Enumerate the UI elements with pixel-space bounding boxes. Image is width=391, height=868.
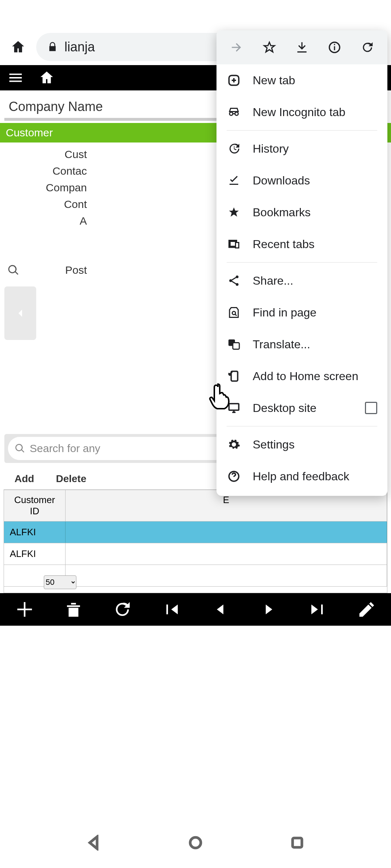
menu-item-label: New tab [253, 74, 295, 87]
home-button[interactable] [7, 36, 29, 58]
menu-item-label: Find in page [253, 306, 316, 319]
translate-icon [227, 338, 241, 351]
field-label: Compan [0, 179, 87, 196]
field-label: Contac [0, 163, 87, 179]
plus-box-icon [227, 74, 241, 87]
search-placeholder: Search for any [30, 442, 100, 455]
menu-item-label: Settings [253, 438, 295, 451]
menu-item-desktop-site[interactable]: Desktop site [216, 392, 387, 424]
menu-separator [227, 262, 377, 263]
svg-rect-9 [233, 343, 239, 349]
edit-icon[interactable] [357, 600, 377, 619]
cell-customer-id: ALFKI [4, 522, 66, 543]
add-home-icon [227, 370, 241, 383]
menu-item-downloads[interactable]: Downloads [216, 165, 387, 196]
table-row[interactable]: ALFKI [4, 522, 387, 543]
incognito-icon [227, 106, 241, 119]
history-icon [227, 142, 241, 155]
share-icon [227, 274, 241, 287]
menu-item-label: Recent tabs [253, 238, 315, 251]
svg-rect-1 [334, 46, 335, 50]
menu-item-bookmarks[interactable]: Bookmarks [216, 196, 387, 228]
plus-icon[interactable] [15, 600, 34, 619]
check-download-icon [227, 174, 241, 187]
gear-icon [227, 438, 241, 451]
recents-nav-icon[interactable] [289, 835, 305, 851]
omnibox-text: lianja [64, 39, 95, 55]
svg-point-13 [190, 837, 201, 848]
pager: 50 [4, 571, 387, 593]
star-filled-icon [227, 206, 241, 219]
menu-separator [227, 130, 377, 131]
reload-icon[interactable] [361, 41, 374, 54]
menu-item-label: Desktop site [253, 401, 316, 415]
menu-item-history[interactable]: History [216, 133, 387, 165]
home-nav-icon[interactable] [188, 835, 203, 851]
field-label: A [0, 213, 87, 229]
menu-item-new-tab[interactable]: New tab [216, 64, 387, 96]
menu-item-label: Translate... [253, 338, 310, 351]
refresh-icon[interactable] [113, 600, 132, 619]
menu-item-label: New Incognito tab [253, 106, 345, 119]
home-icon [10, 39, 26, 55]
table-row[interactable]: ALFKI [4, 543, 387, 565]
star-icon[interactable] [262, 41, 276, 54]
svg-rect-2 [334, 44, 335, 45]
menu-item-incognito[interactable]: New Incognito tab [216, 96, 387, 128]
menu-icon-row [216, 30, 387, 64]
menu-item-recent-tabs[interactable]: Recent tabs [216, 228, 387, 260]
page-size-select[interactable]: 50 [44, 575, 76, 589]
menu-item-label: Bookmarks [253, 206, 311, 219]
desktop-site-checkbox[interactable] [365, 402, 377, 414]
app-home-icon[interactable] [38, 69, 55, 86]
prev-icon[interactable] [210, 600, 230, 619]
back-nav-icon[interactable] [86, 835, 102, 851]
cursor-pointer-icon [209, 383, 232, 412]
menu-separator [227, 426, 377, 426]
devices-icon [227, 238, 241, 251]
field-label: Cust [0, 146, 87, 163]
menu-item-label: Downloads [253, 174, 310, 187]
browser-overflow-menu: New tab New Incognito tab History Downlo… [216, 30, 387, 496]
record-toolbar [0, 593, 391, 626]
cell [66, 522, 387, 543]
cell [66, 543, 387, 565]
download-icon[interactable] [295, 41, 309, 54]
field-label: Cont [0, 196, 87, 213]
search-icon[interactable] [7, 264, 20, 278]
status-bar [0, 0, 391, 29]
add-button[interactable]: Add [14, 473, 34, 485]
expand-handle[interactable] [4, 286, 36, 340]
info-icon[interactable] [328, 41, 341, 54]
forward-icon[interactable] [230, 41, 243, 54]
column-header[interactable]: Customer ID [4, 490, 66, 521]
menu-item-label: Share... [253, 274, 293, 288]
search-icon [14, 443, 25, 454]
menu-item-share[interactable]: Share... [216, 265, 387, 297]
android-nav-bar [0, 817, 391, 868]
menu-item-settings[interactable]: Settings [216, 429, 387, 460]
first-icon[interactable] [161, 600, 181, 619]
help-icon [227, 470, 241, 483]
menu-item-translate[interactable]: Translate... [216, 328, 387, 360]
svg-rect-14 [293, 838, 302, 847]
menu-item-find[interactable]: Find in page [216, 297, 387, 328]
delete-button[interactable]: Delete [56, 473, 86, 485]
hamburger-icon[interactable] [7, 69, 24, 86]
menu-item-label: Add to Home screen [253, 370, 358, 383]
trash-icon[interactable] [64, 600, 83, 619]
find-icon [227, 306, 241, 319]
menu-item-add-home[interactable]: Add to Home screen [216, 360, 387, 392]
last-icon[interactable] [308, 600, 328, 619]
lock-icon [47, 42, 58, 52]
cell-customer-id: ALFKI [4, 543, 66, 565]
menu-item-label: History [253, 142, 289, 156]
menu-item-help[interactable]: Help and feedback [216, 460, 387, 492]
next-icon[interactable] [259, 600, 279, 619]
menu-item-label: Help and feedback [253, 470, 349, 483]
